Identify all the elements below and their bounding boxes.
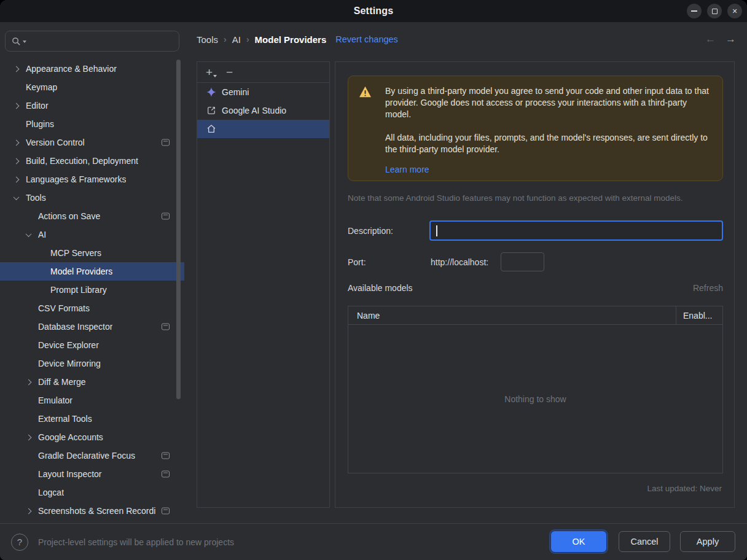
provider-item-new[interactable] [197,120,329,138]
sidebar-item-layout-inspector[interactable]: Layout Inspector [0,465,184,483]
search-input[interactable] [28,36,173,46]
project-level-icon [162,508,170,515]
sidebar-item-database-inspector[interactable]: Database Inspector [0,317,184,336]
sidebar-item-version-control[interactable]: Version Control [0,133,184,152]
sidebar-item-mcp-servers[interactable]: MCP Servers [0,244,184,262]
table-body: Nothing to show [348,325,722,473]
sidebar-item-languages-frameworks[interactable]: Languages & Frameworks [0,170,184,189]
search-icon [12,37,21,46]
home-icon [206,124,216,134]
maximize-button[interactable] [707,4,722,18]
refresh-link[interactable]: Refresh [693,283,723,293]
google-ai-studio-icon [206,106,216,116]
table-header: Name Enabl... [348,306,722,325]
revert-changes-link[interactable]: Revert changes [335,34,398,44]
column-header-enabled[interactable]: Enabl... [676,311,722,321]
sidebar-item-device-explorer[interactable]: Device Explorer [0,336,184,354]
window-title: Settings [354,6,394,17]
chevron-right-icon[interactable] [11,159,21,163]
description-label: Description: [348,226,429,236]
provider-detail-panel: By using a third-party model you agree t… [335,61,735,508]
sidebar-item-screenshots-screen-recording[interactable]: Screenshots & Screen Recordi [0,502,184,520]
footer-note: Project-level settings will be applied t… [38,537,234,547]
remove-provider-button[interactable]: − [226,66,233,78]
column-header-name[interactable]: Name [348,306,676,324]
search-history-chevron-icon[interactable] [23,41,26,43]
learn-more-link[interactable]: Learn more [385,164,429,176]
chevron-right-icon[interactable] [11,104,21,108]
sidebar-item-external-tools[interactable]: External Tools [0,410,184,428]
sidebar-item-model-providers[interactable]: Model Providers [0,262,184,281]
chevron-down-icon[interactable] [11,196,21,200]
cancel-button[interactable]: Cancel [619,531,670,552]
description-row: Description: [348,220,723,241]
project-level-icon [162,453,170,459]
chevron-right-icon[interactable] [11,141,21,145]
sidebar-item-appearance-behavior[interactable]: Appearance & Behavior [0,60,184,78]
minimize-button[interactable] [687,4,702,18]
chevron-down-icon[interactable] [23,233,33,237]
breadcrumb-tools[interactable]: Tools [197,34,218,45]
chevron-right-icon[interactable] [23,435,33,440]
sidebar-item-logcat[interactable]: Logcat [0,483,184,502]
localhost-prefix: http://localhost: [431,257,488,267]
project-level-icon [162,324,170,330]
back-arrow-icon[interactable]: ← [705,33,716,45]
chevron-right-icon[interactable] [23,380,33,384]
third-party-warning-banner: By using a third-party model you agree t… [348,76,723,181]
minimize-icon [691,10,697,12]
help-icon: ? [17,537,22,547]
ok-button[interactable]: OK [551,531,606,552]
provider-item-gemini[interactable]: Gemini [197,83,329,101]
port-label: Port: [348,257,431,267]
provider-item-google-ai-studio[interactable]: Google AI Studio [197,101,329,120]
sidebar-item-device-mirroring[interactable]: Device Mirroring [0,354,184,373]
close-button[interactable]: ✕ [727,4,742,18]
sidebar-item-gradle-declarative-focus[interactable]: Gradle Declarative Focus [0,446,184,465]
chevron-right-icon[interactable] [11,67,21,71]
warning-icon [359,86,372,100]
sidebar-item-editor[interactable]: Editor [0,96,184,115]
text-caret [436,225,437,236]
settings-tree: Appearance & Behavior Keymap Editor Plug… [0,60,184,520]
description-input[interactable] [429,220,723,241]
sidebar-item-csv-formats[interactable]: CSV Formats [0,299,184,317]
breadcrumb-current: Model Providers [255,34,327,45]
sidebar-item-google-accounts[interactable]: Google Accounts [0,428,184,446]
providers-toolbar: + − [197,62,329,83]
port-input[interactable] [501,252,544,271]
sidebar-item-build-execution-deployment[interactable]: Build, Execution, Deployment [0,152,184,170]
sidebar-item-actions-on-save[interactable]: Actions on Save [0,207,184,225]
chevron-right-icon[interactable] [11,177,21,182]
available-models-table: Name Enabl... Nothing to show [348,306,723,473]
help-button[interactable]: ? [11,534,28,551]
chevron-right-icon[interactable] [23,509,33,513]
sidebar-item-diff-merge[interactable]: Diff & Merge [0,373,184,391]
gemini-icon [206,87,216,98]
sidebar-item-tools[interactable]: Tools [0,189,184,207]
port-row: Port: http://localhost: [348,252,723,271]
project-level-icon [162,139,170,146]
settings-search-box[interactable] [5,31,179,52]
provider-label: Gemini [222,87,249,97]
window-controls: ✕ [687,4,742,18]
footer: ? Project-level settings will be applied… [0,523,747,560]
breadcrumb-ai[interactable]: AI [232,34,241,45]
sidebar-item-ai[interactable]: AI [0,225,184,244]
last-updated-label: Last updated: Never [647,484,722,493]
sidebar-scrollbar[interactable] [176,60,181,399]
sidebar-item-keymap[interactable]: Keymap [0,78,184,96]
available-models-label: Available models [348,283,413,293]
forward-arrow-icon[interactable]: → [725,33,736,45]
settings-window: Settings ✕ Appearance & Behavior Keymap … [0,0,747,560]
sidebar-item-emulator[interactable]: Emulator [0,391,184,410]
add-provider-button[interactable]: + [206,66,213,78]
sidebar-item-prompt-library[interactable]: Prompt Library [0,281,184,299]
sidebar-item-plugins[interactable]: Plugins [0,115,184,133]
apply-button[interactable]: Apply [680,531,735,552]
provider-label: Google AI Studio [222,106,286,115]
breadcrumb-separator-icon: › [246,34,249,44]
history-navigation: ← → [705,33,736,45]
available-models-row: Available models Refresh [348,280,723,296]
warning-paragraph-2: All data, including your files, prompts,… [385,132,713,155]
